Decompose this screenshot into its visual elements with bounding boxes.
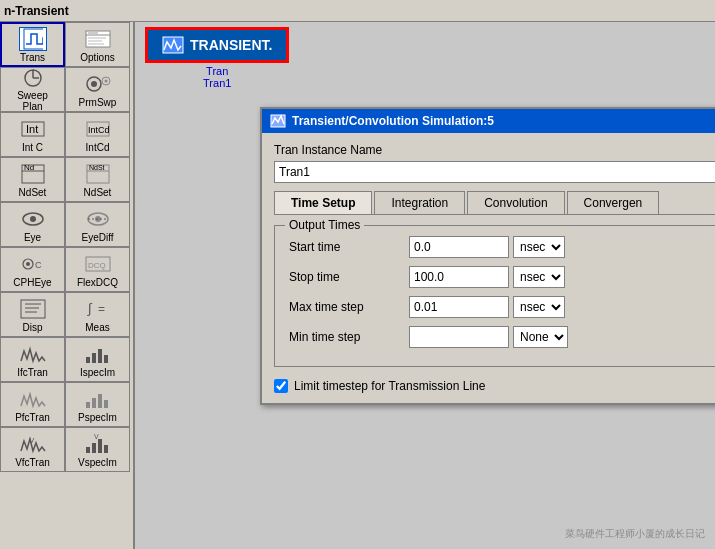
nd-set-label: NdSet — [19, 187, 47, 198]
tran-canvas-label: Tran — [145, 65, 289, 77]
toolbar-row-3: Int Int C IntCd IntCd — [0, 112, 133, 157]
svg-rect-52 — [104, 445, 108, 453]
max-time-step-input[interactable] — [409, 296, 509, 318]
toolbar-row-7: Disp ∫ = Meas — [0, 292, 133, 337]
v-spec-im-label: VspecIm — [78, 457, 117, 468]
disp-temp-icon — [19, 297, 47, 321]
ispec-im-icon — [84, 342, 112, 366]
pfc-tran-icon — [19, 387, 47, 411]
nd-set-svg: Nd — [19, 163, 47, 185]
tab-convergence[interactable]: Convergen — [567, 191, 660, 214]
checkbox-row: Limit timestep for Transmission Line — [274, 379, 715, 393]
max-time-step-unit-select[interactable]: nsec psec usec — [513, 296, 565, 318]
stop-time-row: Stop time nsec psec usec — [289, 266, 715, 288]
svg-rect-46 — [98, 394, 102, 408]
meas-eqn-label: Meas — [85, 322, 109, 333]
tab-convolution[interactable]: Convolution — [467, 191, 564, 214]
ifc-tran-icon — [19, 342, 47, 366]
toolbar-btn-trans[interactable]: Trans — [0, 22, 65, 67]
svg-rect-49 — [86, 447, 90, 453]
eye-probe-icon — [19, 207, 47, 231]
int-c-label: Int C — [22, 142, 43, 153]
cph-eye-label: CPHEye — [13, 277, 51, 288]
tran1-canvas-label: Tran1 — [145, 77, 289, 89]
toolbar-row-4: Nd NdSet NdSt NdSet — [0, 157, 133, 202]
output-times-section: Output Times Start time nsec psec usec S… — [274, 225, 715, 367]
toolbar-btn-int-cd-name[interactable]: IntCd IntCd — [65, 112, 130, 157]
watermark: 菜鸟硬件工程师小厦的成长日记 — [565, 527, 705, 541]
start-time-unit-select[interactable]: nsec psec usec — [513, 236, 565, 258]
toolbar-btn-v-spec-im[interactable]: V VspecIm — [65, 427, 130, 472]
min-time-step-unit-select[interactable]: None nsec psec — [513, 326, 568, 348]
svg-text:IntCd: IntCd — [88, 125, 110, 135]
p-spec-im-svg — [84, 388, 112, 410]
dialog-title-icon — [270, 114, 286, 128]
toolbar-btn-cph-eye[interactable]: C CPHEye — [0, 247, 65, 292]
toolbar-btn-nd-set[interactable]: Nd NdSet — [0, 157, 65, 202]
toolbar-btn-ifc-tran[interactable]: IfcTran — [0, 337, 65, 382]
tab-integration[interactable]: Integration — [374, 191, 465, 214]
toolbar-btn-eye-probe[interactable]: Eye — [0, 202, 65, 247]
int-c-icon: Int — [19, 117, 47, 141]
ispec-im-svg — [84, 343, 112, 365]
prm-swp-icon — [84, 72, 112, 96]
svg-text:Nd: Nd — [24, 163, 34, 172]
dialog-title: Transient/Convolution Simulation:5 — [292, 114, 494, 128]
int-cd-svg: IntCd — [84, 118, 112, 140]
max-time-step-row: Max time step nsec psec usec — [289, 296, 715, 318]
svg-rect-6 — [88, 43, 104, 45]
flex-dcq-label: FlexDCQ — [77, 277, 118, 288]
svg-rect-45 — [92, 398, 96, 408]
toolbar-btn-options[interactable]: Options — [65, 22, 130, 67]
svg-point-13 — [104, 79, 107, 82]
toolbar-btn-pfc-tran[interactable]: PfcTran — [0, 382, 65, 427]
dialog-titlebar: Transient/Convolution Simulation:5 × — [262, 109, 715, 133]
stop-time-unit-select[interactable]: nsec psec usec — [513, 266, 565, 288]
limit-timestep-checkbox[interactable] — [274, 379, 288, 393]
nd-set-name-svg: NdSt — [84, 163, 112, 185]
toolbar-btn-sweep-plan[interactable]: Sweep Plan — [0, 67, 65, 112]
nd-set-name-label: NdSet — [84, 187, 112, 198]
meas-eqn-svg: ∫ = — [84, 298, 112, 320]
int-cd-name-icon: IntCd — [84, 117, 112, 141]
svg-rect-41 — [92, 353, 96, 363]
toolbar-row-6: C CPHEye DCQ FlexDCQ — [0, 247, 133, 292]
start-time-input[interactable] — [409, 236, 509, 258]
tab-time-setup[interactable]: Time Setup — [274, 191, 372, 214]
svg-point-30 — [26, 262, 30, 266]
min-time-step-label: Min time step — [289, 330, 409, 344]
nd-set-name-icon: NdSt — [84, 162, 112, 186]
min-time-step-input[interactable] — [409, 326, 509, 348]
int-c-svg: Int — [19, 118, 47, 140]
transient-main-button[interactable]: TRANSIENT. — [145, 27, 289, 63]
toolbar-btn-meas-eqn[interactable]: ∫ = Meas — [65, 292, 130, 337]
toolbar-btn-nd-set-name[interactable]: NdSt NdSet — [65, 157, 130, 202]
svg-rect-3 — [88, 32, 98, 34]
svg-point-25 — [30, 216, 36, 222]
toolbar-btn-prm-swp[interactable]: PrmSwp — [65, 67, 130, 112]
svg-rect-47 — [104, 400, 108, 408]
toolbar-btn-disp-temp[interactable]: Disp — [0, 292, 65, 337]
toolbar-row-9: PfcTran PspecIm — [0, 382, 133, 427]
instance-name-input[interactable] — [274, 161, 715, 183]
toolbar-btn-eye-diff-probe[interactable]: EyeDiff — [65, 202, 130, 247]
stop-time-input[interactable] — [409, 266, 509, 288]
disp-temp-label: Disp — [22, 322, 42, 333]
svg-rect-0 — [24, 29, 43, 49]
toolbar-btn-flex-dcq[interactable]: DCQ FlexDCQ — [65, 247, 130, 292]
eye-probe-label: Eye — [24, 232, 41, 243]
svg-text:V: V — [29, 436, 35, 445]
options-icon — [84, 27, 112, 51]
stop-time-label: Stop time — [289, 270, 409, 284]
svg-text:NdSt: NdSt — [89, 164, 105, 171]
checkbox-label: Limit timestep for Transmission Line — [294, 379, 485, 393]
toolbar-btn-ispec-im[interactable]: IspecIm — [65, 337, 130, 382]
start-time-label: Start time — [289, 240, 409, 254]
svg-rect-51 — [98, 439, 102, 453]
toolbar-btn-p-spec-im[interactable]: PspecIm — [65, 382, 130, 427]
toolbar-btn-vfc-tran[interactable]: V VfcTran — [0, 427, 65, 472]
simulation-dialog: Transient/Convolution Simulation:5 × Tra… — [260, 107, 715, 405]
options-label: Options — [80, 52, 114, 63]
trans-label: Trans — [20, 52, 45, 63]
toolbar-btn-int-c[interactable]: Int Int C — [0, 112, 65, 157]
